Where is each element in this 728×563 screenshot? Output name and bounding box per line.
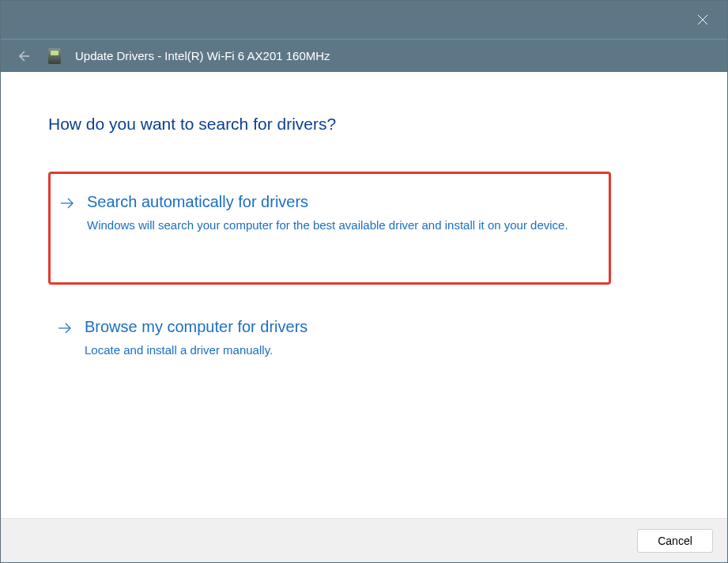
back-arrow-icon <box>16 49 30 63</box>
option-title: Browse my computer for drivers <box>85 316 307 337</box>
option-search-auto[interactable]: Search automatically for drivers Windows… <box>48 172 611 285</box>
update-drivers-dialog: Update Drivers - Intel(R) Wi-Fi 6 AX201 … <box>0 0 728 563</box>
page-heading: How do you want to search for drivers? <box>48 115 680 134</box>
option-description: Locate and install a driver manually. <box>85 342 307 360</box>
option-browse-computer[interactable]: Browse my computer for drivers Locate an… <box>48 308 680 382</box>
footer: Cancel <box>1 518 727 562</box>
option-title: Search automatically for drivers <box>87 191 568 212</box>
arrow-right-icon <box>56 319 74 337</box>
close-icon <box>697 14 708 25</box>
option-description: Windows will search your computer for th… <box>87 217 568 235</box>
content-area: How do you want to search for drivers? S… <box>1 72 727 518</box>
option-body: Browse my computer for drivers Locate an… <box>85 316 307 360</box>
header-title: Update Drivers - Intel(R) Wi-Fi 6 AX201 … <box>75 49 330 62</box>
cancel-button[interactable]: Cancel <box>637 529 713 553</box>
close-button[interactable] <box>685 2 721 38</box>
back-button[interactable] <box>15 48 31 64</box>
device-icon <box>48 48 61 64</box>
arrow-right-icon <box>58 195 76 212</box>
header: Update Drivers - Intel(R) Wi-Fi 6 AX201 … <box>1 39 727 72</box>
titlebar <box>1 1 727 39</box>
option-body: Search automatically for drivers Windows… <box>87 191 568 235</box>
